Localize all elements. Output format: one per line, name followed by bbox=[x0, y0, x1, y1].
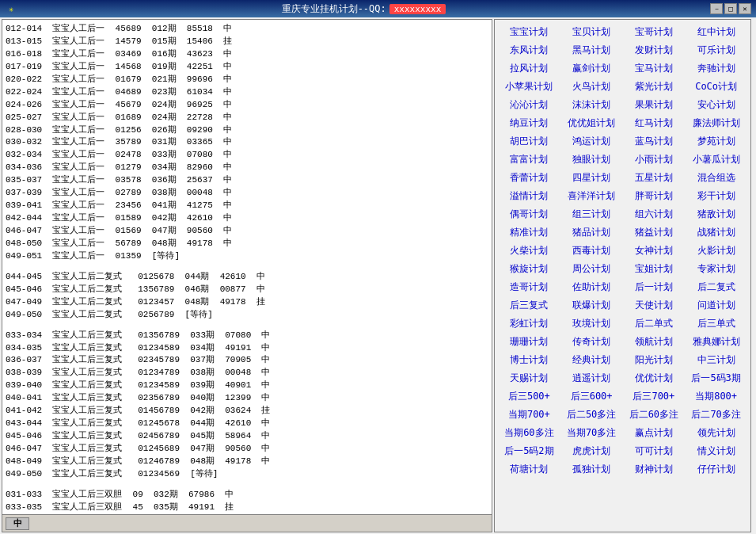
plan-link[interactable]: 当期60多注 bbox=[498, 424, 560, 442]
plan-link[interactable]: 问道计划 bbox=[685, 296, 747, 315]
plan-link[interactable]: 后二70多注 bbox=[685, 406, 747, 424]
plan-link[interactable]: 果果计划 bbox=[623, 96, 686, 114]
plan-link[interactable]: 经典计划 bbox=[560, 351, 623, 369]
plan-link[interactable]: 珊珊计划 bbox=[498, 333, 560, 351]
plan-link[interactable]: 天赐计划 bbox=[498, 369, 560, 387]
plan-link[interactable]: 梦苑计划 bbox=[685, 132, 747, 151]
plan-link[interactable]: 当期70多注 bbox=[560, 424, 623, 442]
plan-link[interactable]: 联爆计划 bbox=[560, 296, 623, 315]
plan-link[interactable]: 西毒计划 bbox=[560, 242, 623, 260]
plan-link[interactable]: 女神计划 bbox=[623, 242, 686, 260]
maximize-button[interactable]: □ bbox=[724, 3, 737, 14]
plan-link[interactable]: 精准计划 bbox=[498, 223, 560, 242]
plan-link[interactable]: 鸿运计划 bbox=[560, 132, 623, 151]
plan-link[interactable]: 后二单式 bbox=[623, 315, 686, 333]
plan-link[interactable]: 东风计划 bbox=[498, 41, 560, 59]
plan-link[interactable]: 胡巴计划 bbox=[498, 132, 560, 151]
plan-link[interactable]: 组六计划 bbox=[623, 205, 686, 223]
plan-link[interactable]: 战猪计划 bbox=[685, 223, 747, 242]
plan-link[interactable]: 小雨计划 bbox=[623, 151, 686, 169]
plan-link[interactable]: 优优姐计划 bbox=[560, 114, 623, 132]
plan-link[interactable]: 红马计划 bbox=[623, 114, 686, 132]
plan-link[interactable]: 可可计划 bbox=[623, 442, 686, 460]
plan-link[interactable]: 偶哥计划 bbox=[498, 205, 560, 223]
plan-link[interactable]: 可乐计划 bbox=[685, 41, 747, 59]
plan-link[interactable]: 紫光计划 bbox=[623, 78, 686, 96]
plan-link[interactable]: 孤独计划 bbox=[560, 460, 623, 479]
plan-link[interactable]: 财神计划 bbox=[623, 460, 686, 479]
minimize-button[interactable]: － bbox=[710, 3, 723, 14]
close-button[interactable]: ✕ bbox=[739, 3, 751, 14]
plan-link[interactable]: 纳豆计划 bbox=[498, 114, 560, 132]
plan-link[interactable]: 香蕾计划 bbox=[498, 169, 560, 187]
plan-link[interactable]: 赢剑计划 bbox=[560, 59, 623, 78]
plan-link[interactable]: 独眼计划 bbox=[560, 151, 623, 169]
plan-link[interactable]: 组三计划 bbox=[560, 205, 623, 223]
plan-link[interactable]: 玫境计划 bbox=[560, 315, 623, 333]
plan-link[interactable]: 优优计划 bbox=[623, 369, 686, 387]
plan-link[interactable]: 宝宝计划 bbox=[498, 23, 560, 41]
plan-link[interactable]: 喜洋洋计划 bbox=[560, 187, 623, 205]
plan-link[interactable]: 后二60多注 bbox=[623, 406, 686, 424]
plan-link[interactable]: 情义计划 bbox=[685, 442, 747, 460]
plan-link[interactable]: 混合组选 bbox=[685, 169, 747, 187]
plan-link[interactable]: 后三单式 bbox=[685, 315, 747, 333]
plan-link[interactable]: 宝哥计划 bbox=[623, 23, 686, 41]
plan-link[interactable]: 溢情计划 bbox=[498, 187, 560, 205]
plan-link[interactable]: 后二50多注 bbox=[560, 406, 623, 424]
plan-link[interactable]: 四星计划 bbox=[560, 169, 623, 187]
plan-link[interactable]: 安心计划 bbox=[685, 96, 747, 114]
plan-link[interactable]: 拉风计划 bbox=[498, 59, 560, 78]
plan-link[interactable]: 中三计划 bbox=[685, 351, 747, 369]
plan-link[interactable]: 虎虎计划 bbox=[560, 442, 623, 460]
plan-link[interactable]: 博士计划 bbox=[498, 351, 560, 369]
plan-link[interactable]: 传奇计划 bbox=[560, 333, 623, 351]
plan-link[interactable]: 领航计划 bbox=[623, 333, 686, 351]
plan-link[interactable]: 后三复式 bbox=[498, 296, 560, 315]
right-panel[interactable]: 宝宝计划宝贝计划宝哥计划红中计划东风计划黑马计划发财计划可乐计划拉风计划赢剑计划… bbox=[494, 19, 751, 532]
plan-link[interactable]: 宝贝计划 bbox=[560, 23, 623, 41]
plan-link[interactable]: 佐助计划 bbox=[560, 278, 623, 296]
plan-link[interactable]: 沁沁计划 bbox=[498, 96, 560, 114]
plan-link[interactable]: 领先计划 bbox=[685, 424, 747, 442]
plan-link[interactable]: 宝马计划 bbox=[623, 59, 686, 78]
plan-link[interactable]: 后三600+ bbox=[560, 387, 623, 406]
plan-link[interactable]: 火鸟计划 bbox=[560, 78, 623, 96]
plan-link[interactable]: 猴旋计划 bbox=[498, 260, 560, 278]
plan-link[interactable]: 蓝鸟计划 bbox=[623, 132, 686, 151]
plan-link[interactable]: 猪益计划 bbox=[623, 223, 686, 242]
plan-link[interactable]: 后三700+ bbox=[623, 387, 686, 406]
plan-link[interactable]: 小苹果计划 bbox=[498, 78, 560, 96]
plan-link[interactable]: 后一5码3期 bbox=[685, 369, 747, 387]
plan-link[interactable]: 火柴计划 bbox=[498, 242, 560, 260]
plan-link[interactable]: 仔仔计划 bbox=[685, 460, 747, 479]
plan-link[interactable]: 后一计划 bbox=[623, 278, 686, 296]
plan-link[interactable]: 胖哥计划 bbox=[623, 187, 686, 205]
plan-link[interactable]: 逍遥计划 bbox=[560, 369, 623, 387]
plan-link[interactable]: 黑马计划 bbox=[560, 41, 623, 59]
plan-link[interactable]: 火影计划 bbox=[685, 242, 747, 260]
plan-link[interactable]: 天使计划 bbox=[623, 296, 686, 315]
plan-link[interactable]: 富富计划 bbox=[498, 151, 560, 169]
plan-link[interactable]: 后二复式 bbox=[685, 278, 747, 296]
plan-link[interactable]: 彩虹计划 bbox=[498, 315, 560, 333]
plan-link[interactable]: CoCo计划 bbox=[685, 78, 747, 96]
plan-link[interactable]: 沫沫计划 bbox=[560, 96, 623, 114]
plan-link[interactable]: 猪品计划 bbox=[560, 223, 623, 242]
plan-link[interactable]: 宝姐计划 bbox=[623, 260, 686, 278]
plan-link[interactable]: 专家计划 bbox=[685, 260, 747, 278]
plan-link[interactable]: 阳光计划 bbox=[623, 351, 686, 369]
plan-link[interactable]: 周公计划 bbox=[560, 260, 623, 278]
plan-link[interactable]: 当期700+ bbox=[498, 406, 560, 424]
plan-link[interactable]: 后一5码2期 bbox=[498, 442, 560, 460]
data-list[interactable]: 012-014 宝宝人工后一 45689 012期 85518 中013-015… bbox=[2, 20, 492, 514]
plan-link[interactable]: 小薯瓜计划 bbox=[685, 151, 747, 169]
plan-link[interactable]: 廉法师计划 bbox=[685, 114, 747, 132]
plan-link[interactable]: 雅典娜计划 bbox=[685, 333, 747, 351]
plan-link[interactable]: 后三500+ bbox=[498, 387, 560, 406]
plan-link[interactable]: 奔驰计划 bbox=[685, 59, 747, 78]
plan-link[interactable]: 造哥计划 bbox=[498, 278, 560, 296]
plan-link[interactable]: 当期800+ bbox=[685, 387, 747, 406]
plan-link[interactable]: 发财计划 bbox=[623, 41, 686, 59]
plan-link[interactable]: 五星计划 bbox=[623, 169, 686, 187]
